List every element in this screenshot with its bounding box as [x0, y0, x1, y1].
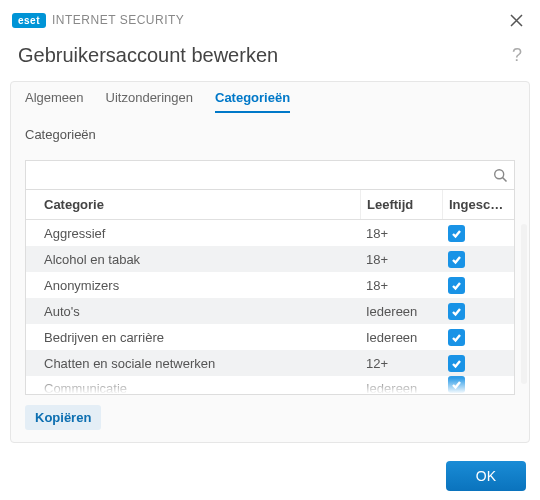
copy-button[interactable]: Kopiëren	[25, 405, 101, 430]
dialog-footer: OK	[0, 443, 540, 491]
search-icon	[493, 168, 508, 183]
cell-category: Anonymizers	[26, 278, 360, 293]
cell-age: 12+	[360, 356, 442, 371]
enabled-checkbox[interactable]	[448, 251, 465, 268]
category-table: Categorie Leeftijd Ingescha... Aggressie…	[25, 190, 515, 395]
search-input[interactable]	[26, 164, 486, 187]
title-bar: eset INTERNET SECURITY	[0, 0, 540, 38]
cell-category: Bedrijven en carrière	[26, 330, 360, 345]
app-logo: eset INTERNET SECURITY	[12, 13, 184, 28]
table-row[interactable]: Auto's Iedereen	[26, 298, 514, 324]
search-button[interactable]	[486, 161, 514, 189]
cell-age: 18+	[360, 226, 442, 241]
help-button[interactable]: ?	[512, 45, 522, 66]
dialog-header: Gebruikersaccount bewerken ?	[0, 38, 540, 81]
enabled-checkbox[interactable]	[448, 376, 465, 393]
table-row[interactable]: Chatten en sociale netwerken 12+	[26, 350, 514, 376]
table-body[interactable]: Aggressief 18+ Alcohol en tabak 18+ Anon…	[26, 220, 514, 394]
table-row[interactable]: Communicatie Iedereen	[26, 376, 514, 394]
tab-categorieen[interactable]: Categorieën	[215, 90, 290, 113]
cell-category: Alcohol en tabak	[26, 252, 360, 267]
col-header-enabled[interactable]: Ingescha...	[442, 190, 514, 219]
enabled-checkbox[interactable]	[448, 355, 465, 372]
page-title: Gebruikersaccount bewerken	[18, 44, 278, 67]
svg-line-1	[502, 177, 506, 181]
cell-age: Iedereen	[360, 376, 442, 394]
tab-bar: Algemeen Uitzonderingen Categorieën	[11, 82, 529, 113]
table-header: Categorie Leeftijd Ingescha...	[26, 190, 514, 220]
cell-category: Aggressief	[26, 226, 360, 241]
content-panel: Algemeen Uitzonderingen Categorieën Cate…	[10, 81, 530, 443]
product-name: INTERNET SECURITY	[52, 13, 184, 27]
brand-badge: eset	[12, 13, 46, 28]
col-header-age[interactable]: Leeftijd	[360, 190, 442, 219]
table-row[interactable]: Anonymizers 18+	[26, 272, 514, 298]
cell-age: 18+	[360, 252, 442, 267]
cell-age: Iedereen	[360, 330, 442, 345]
table-row[interactable]: Bedrijven en carrière Iedereen	[26, 324, 514, 350]
cell-category: Chatten en sociale netwerken	[26, 356, 360, 371]
help-icon: ?	[512, 45, 522, 65]
tab-algemeen[interactable]: Algemeen	[25, 90, 84, 113]
tab-uitzonderingen[interactable]: Uitzonderingen	[106, 90, 193, 113]
enabled-checkbox[interactable]	[448, 277, 465, 294]
enabled-checkbox[interactable]	[448, 303, 465, 320]
ok-button[interactable]: OK	[446, 461, 526, 491]
table-row[interactable]: Aggressief 18+	[26, 220, 514, 246]
table-scrollbar[interactable]	[521, 224, 527, 384]
table-row[interactable]: Alcohol en tabak 18+	[26, 246, 514, 272]
svg-point-0	[494, 169, 503, 178]
search-row	[25, 160, 515, 190]
col-header-category[interactable]: Categorie	[26, 190, 360, 219]
close-button[interactable]	[504, 8, 528, 32]
enabled-checkbox[interactable]	[448, 329, 465, 346]
cell-category: Communicatie	[26, 376, 360, 394]
cell-age: Iedereen	[360, 304, 442, 319]
close-icon	[510, 14, 523, 27]
cell-age: 18+	[360, 278, 442, 293]
enabled-checkbox[interactable]	[448, 225, 465, 242]
cell-category: Auto's	[26, 304, 360, 319]
section-label: Categorieën	[11, 113, 529, 150]
